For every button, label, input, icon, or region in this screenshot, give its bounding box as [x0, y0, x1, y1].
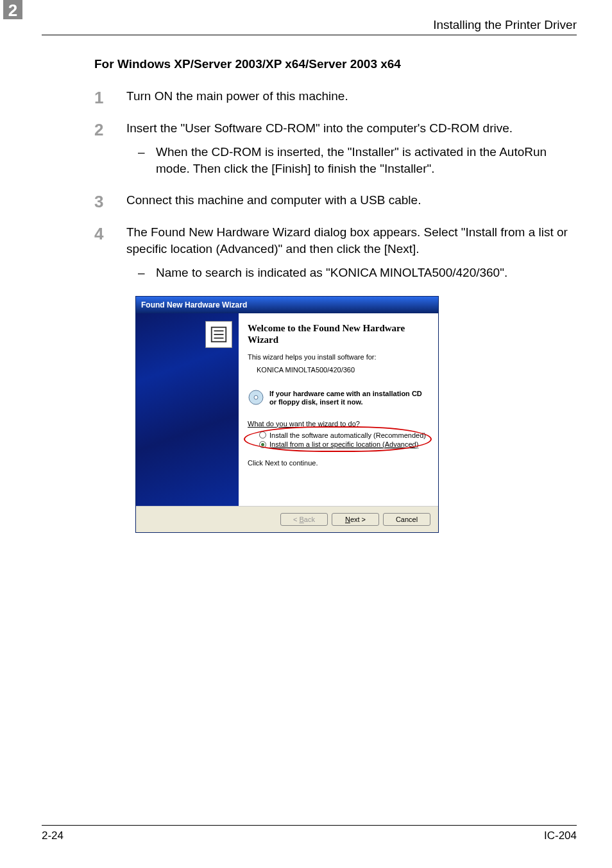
dash: –: [138, 144, 156, 178]
wizard-heading: Welcome to the Found New Hardware Wizard: [248, 322, 429, 345]
wizard-continue-text: Click Next to continue.: [248, 459, 429, 467]
radio-group: Install the software automatically (Reco…: [248, 431, 429, 449]
step-body: Insert the "User Software CD-ROM" into t…: [126, 120, 577, 178]
content: For Windows XP/Server 2003/XP x64/Server…: [42, 57, 577, 533]
step-subtext: Name to search is indicated as "KONICA M…: [156, 265, 577, 282]
wizard-device-name: KONICA MINOLTA500/420/360: [248, 366, 429, 374]
cd-hint-row: If your hardware came with an installati…: [248, 389, 429, 407]
step-4: 4 The Found New Hardware Wizard dialog b…: [94, 224, 577, 282]
step-text: Connect this machine and computer with a…: [126, 192, 577, 210]
found-new-hardware-dialog: Found New Hardware Wizard Welcome to the…: [135, 296, 439, 533]
dash: –: [138, 265, 156, 282]
step-body: The Found New Hardware Wizard dialog box…: [126, 224, 577, 282]
radio-option-list[interactable]: Install from a list or specific location…: [259, 440, 429, 449]
back-button: < Back: [280, 513, 328, 526]
radio-icon: [259, 441, 266, 448]
footer-left: 2-24: [42, 829, 64, 842]
cancel-button[interactable]: Cancel: [383, 513, 430, 526]
step-1: 1 Turn ON the main power of this machine…: [94, 88, 577, 106]
step-sub: – When the CD-ROM is inserted, the "Inst…: [126, 144, 577, 178]
step-number: 1: [94, 88, 126, 106]
header-title: Installing the Printer Driver: [433, 18, 577, 32]
chapter-tab: 2: [3, 0, 22, 19]
next-button[interactable]: Next >: [332, 513, 379, 526]
dialog-main: Welcome to the Found New Hardware Wizard…: [239, 313, 438, 506]
dialog-titlebar: Found New Hardware Wizard: [136, 297, 438, 313]
page-frame: Installing the Printer Driver For Window…: [42, 18, 577, 842]
step-number: 4: [94, 224, 126, 282]
step-text: Insert the "User Software CD-ROM" into t…: [126, 120, 577, 137]
page-header: Installing the Printer Driver: [42, 18, 577, 35]
radio-label: Install from a list or specific location…: [269, 440, 418, 449]
step-number: 2: [94, 120, 126, 178]
wizard-question: What do you want the wizard to do?: [248, 420, 429, 428]
radio-label: Install the software automatically (Reco…: [269, 431, 426, 439]
step-text: The Found New Hardware Wizard dialog box…: [126, 224, 577, 258]
step-3: 3 Connect this machine and computer with…: [94, 192, 577, 210]
hardware-icon: [205, 321, 232, 348]
dialog-screenshot: Found New Hardware Wizard Welcome to the…: [135, 296, 577, 533]
cd-hint-text: If your hardware came with an installati…: [269, 390, 429, 406]
radio-option-auto[interactable]: Install the software automatically (Reco…: [259, 431, 429, 439]
step-number: 3: [94, 192, 126, 210]
step-subtext: When the CD-ROM is inserted, the "Instal…: [156, 144, 577, 178]
step-sub: – Name to search is indicated as "KONICA…: [126, 265, 577, 282]
wizard-helps-text: This wizard helps you install software f…: [248, 353, 429, 361]
dialog-sidebar-graphic: [136, 313, 239, 506]
step-2: 2 Insert the "User Software CD-ROM" into…: [94, 120, 577, 178]
dialog-body: Welcome to the Found New Hardware Wizard…: [136, 313, 438, 506]
dialog-footer: < Back Next > Cancel: [136, 506, 438, 532]
svg-point-5: [254, 395, 258, 399]
page-footer: 2-24 IC-204: [42, 825, 577, 842]
radio-icon: [259, 431, 266, 438]
cd-icon: [248, 389, 269, 407]
section-title: For Windows XP/Server 2003/XP x64/Server…: [94, 57, 577, 71]
footer-right: IC-204: [544, 829, 577, 842]
step-text: Turn ON the main power of this machine.: [126, 88, 577, 106]
